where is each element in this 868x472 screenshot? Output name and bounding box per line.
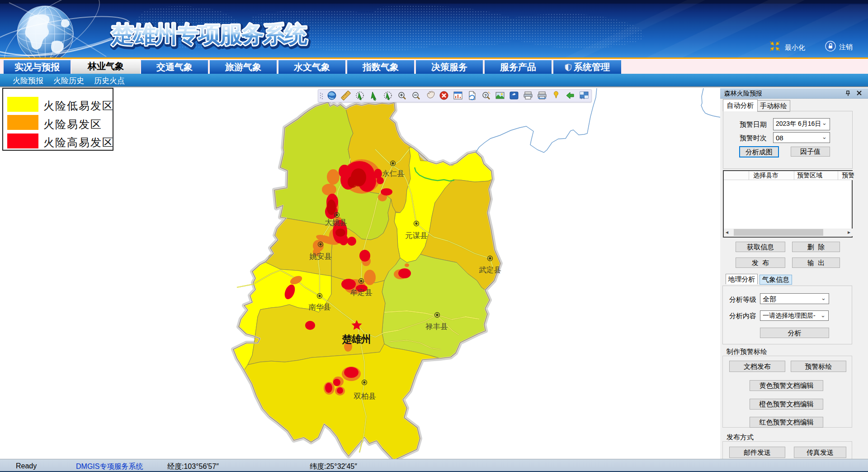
svg-text:武定县: 武定县 [479, 266, 501, 274]
svg-text:楚雄州: 楚雄州 [342, 334, 371, 345]
svg-text:姚安县: 姚安县 [309, 252, 332, 261]
svg-text:元谋县: 元谋县 [405, 231, 428, 240]
svg-text:永仁县: 永仁县 [382, 169, 405, 178]
svg-text:注销: 注销 [839, 43, 853, 51]
svg-text:牟定县: 牟定县 [350, 288, 373, 297]
svg-text:大姚县: 大姚县 [325, 218, 347, 227]
svg-text:楚雄州专项服务系统: 楚雄州专项服务系统 [111, 22, 307, 47]
svg-text:?: ? [484, 93, 487, 98]
svg-text:最小化: 最小化 [785, 43, 805, 51]
svg-text:南华县: 南华县 [308, 303, 331, 311]
svg-text:禄丰县: 禄丰县 [425, 322, 448, 331]
svg-text:双柏县: 双柏县 [354, 392, 376, 400]
